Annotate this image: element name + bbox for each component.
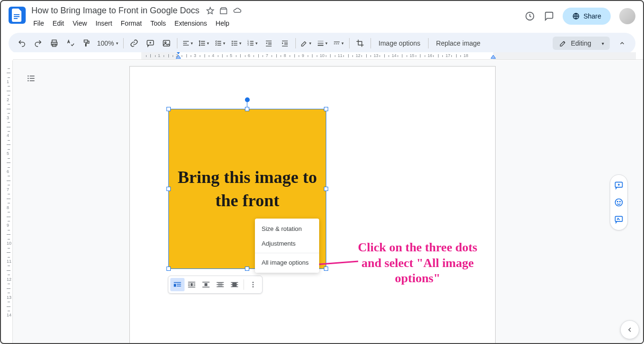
move-icon[interactable] (219, 7, 228, 15)
svg-rect-34 (334, 42, 340, 42)
menu-size-rotation[interactable]: Size & rotation (255, 221, 319, 236)
explore-button[interactable] (620, 320, 639, 339)
docs-app-icon[interactable] (9, 7, 26, 24)
svg-rect-36 (336, 44, 337, 44)
horizontal-ruler[interactable]: 123456789101112131415161718 (13, 52, 643, 60)
menu-help[interactable]: Help (212, 18, 233, 29)
replace-image-button[interactable]: Replace image (431, 36, 485, 51)
resize-handle-sw[interactable] (166, 267, 171, 271)
separator (123, 38, 124, 48)
more-options-button[interactable] (246, 278, 260, 291)
numbered-list-button[interactable]: 123 (245, 36, 260, 51)
svg-rect-47 (177, 286, 181, 287)
vertical-ruler[interactable]: 1234567891011121314 (5, 60, 13, 343)
share-button[interactable]: Share (563, 8, 611, 25)
paint-format-button[interactable] (79, 36, 94, 51)
svg-rect-30 (282, 46, 288, 46)
svg-rect-43 (30, 80, 35, 81)
crop-button[interactable] (352, 36, 368, 51)
resize-handle-e[interactable] (324, 187, 328, 191)
suggest-edits-button[interactable] (610, 211, 627, 228)
mode-select[interactable]: Editing ▾ (553, 37, 610, 50)
image-wrap-toolbar (168, 276, 263, 294)
wrap-front-button[interactable] (227, 278, 242, 291)
account-avatar[interactable] (619, 8, 635, 24)
svg-rect-53 (188, 285, 190, 286)
document-page[interactable]: Bring this image to the front Size & (129, 66, 496, 343)
zoom-select[interactable]: 100%▾ (95, 39, 120, 47)
menu-extensions[interactable]: Extensions (171, 18, 211, 29)
insert-image-button[interactable] (159, 36, 174, 51)
svg-rect-57 (205, 283, 207, 286)
resize-handle-w[interactable] (166, 187, 171, 191)
image-options-button[interactable]: Image options (374, 36, 425, 51)
svg-point-69 (253, 286, 254, 287)
svg-point-67 (253, 282, 254, 283)
spellcheck-button[interactable] (63, 36, 78, 51)
border-dash-button[interactable] (331, 36, 346, 51)
increase-indent-button[interactable] (277, 36, 293, 51)
redo-button[interactable] (30, 36, 46, 51)
cloud-status-icon[interactable] (233, 7, 242, 15)
wrap-text-button[interactable] (185, 278, 199, 291)
svg-point-14 (232, 41, 233, 42)
svg-rect-61 (217, 284, 224, 285)
svg-rect-2 (14, 18, 18, 19)
align-button[interactable] (180, 36, 195, 51)
menu-tools[interactable]: Tools (146, 18, 170, 29)
svg-rect-18 (234, 43, 237, 43)
resize-handle-n[interactable] (245, 107, 249, 111)
wrap-inline-button[interactable] (170, 278, 185, 291)
menu-adjustments[interactable]: Adjustments (255, 236, 319, 251)
menu-view[interactable]: View (69, 18, 91, 29)
svg-rect-56 (203, 282, 210, 283)
checklist-button[interactable] (213, 36, 228, 51)
resize-handle-ne[interactable] (324, 107, 328, 111)
add-comment-button[interactable] (143, 36, 158, 51)
svg-point-72 (615, 199, 623, 206)
menu-insert[interactable]: Insert (92, 18, 116, 29)
svg-point-68 (253, 284, 254, 286)
svg-rect-24 (268, 43, 271, 43)
last-edit-icon[interactable] (525, 11, 535, 21)
svg-point-74 (620, 201, 621, 202)
comments-icon[interactable] (544, 11, 554, 21)
image-options-menu: Size & rotation Adjustments All image op… (255, 219, 319, 273)
menu-all-image-options[interactable]: All image options (255, 255, 319, 270)
border-color-button[interactable] (299, 36, 314, 51)
undo-button[interactable] (14, 36, 29, 51)
border-weight-button[interactable] (315, 36, 330, 51)
decrease-indent-button[interactable] (261, 36, 276, 51)
menu-bar: File Edit View Insert Format Tools Exten… (29, 18, 521, 29)
resize-handle-nw[interactable] (166, 107, 171, 111)
svg-point-38 (28, 76, 29, 77)
svg-point-73 (617, 201, 618, 202)
collapse-toolbar-button[interactable] (615, 36, 630, 51)
svg-rect-13 (183, 45, 189, 45)
wrap-break-button[interactable] (199, 278, 213, 291)
side-action-bar (610, 174, 628, 230)
print-button[interactable] (47, 36, 62, 51)
svg-rect-52 (194, 284, 195, 285)
wrap-behind-button[interactable] (213, 278, 227, 291)
svg-rect-9 (163, 40, 170, 46)
bulleted-list-button[interactable] (229, 36, 244, 51)
resize-handle-se[interactable] (324, 267, 328, 271)
document-title[interactable]: How to Bring Image to Front in Google Do… (29, 5, 201, 17)
line-spacing-button[interactable] (196, 36, 212, 51)
svg-text:3: 3 (248, 44, 249, 46)
document-canvas[interactable]: Bring this image to the front Size & (13, 60, 643, 343)
svg-rect-37 (338, 44, 339, 44)
insert-link-button[interactable] (127, 36, 142, 51)
rotation-handle[interactable] (245, 97, 250, 102)
star-icon[interactable] (206, 7, 215, 15)
add-comment-side-button[interactable] (610, 177, 627, 194)
menu-edit[interactable]: Edit (49, 18, 68, 29)
add-emoji-button[interactable] (610, 194, 627, 211)
svg-point-39 (28, 78, 29, 79)
document-outline-button[interactable] (22, 70, 39, 87)
svg-rect-60 (217, 282, 224, 283)
resize-handle-s[interactable] (245, 267, 249, 271)
menu-file[interactable]: File (29, 18, 48, 29)
menu-format[interactable]: Format (117, 18, 146, 29)
